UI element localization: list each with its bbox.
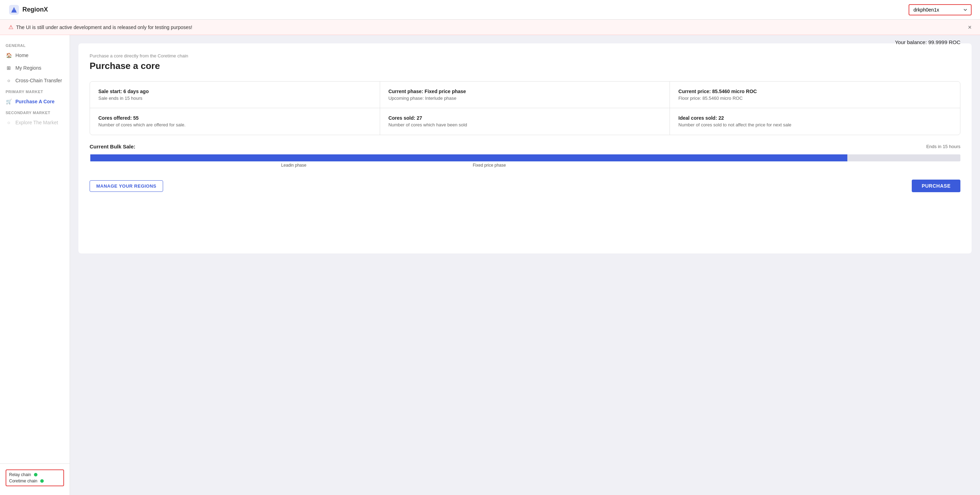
ends-in-label: Ends in 15 hours xyxy=(926,144,960,149)
sidebar: General 🏠 Home ⊞ My Regions ○ Cross-Chai… xyxy=(0,35,70,495)
logo: RegionX xyxy=(8,4,48,15)
cart-icon: 🛒 xyxy=(6,99,12,105)
info-cell-cores-sold: Cores sold: 27 Number of cores which hav… xyxy=(380,108,670,135)
sidebar-label-home: Home xyxy=(15,53,29,58)
progress-marker-2 xyxy=(90,154,90,161)
transfer-icon: ○ xyxy=(6,77,12,84)
info-cell-current-phase: Current phase: Fixed price phase Upcomin… xyxy=(380,81,670,108)
sidebar-section-primary: Primary Market xyxy=(0,87,70,95)
balance-display: Your balance: 99.9999 ROC xyxy=(895,39,960,45)
svg-rect-2 xyxy=(12,11,16,11)
sidebar-nav: General 🏠 Home ⊞ My Regions ○ Cross-Chai… xyxy=(0,41,70,129)
current-phase-sub: Upcoming phase: Interlude phase xyxy=(388,95,662,101)
ideal-cores-sub: Number of cores sold to not affect the p… xyxy=(678,122,951,127)
sidebar-item-purchase-core[interactable]: 🛒 Purchase A Core xyxy=(0,95,70,108)
warning-icon: ⚠ xyxy=(8,24,13,30)
leadin-phase-label: Leadin phase xyxy=(281,163,306,168)
chain-status-box: Relay chain Coretime chain xyxy=(6,470,64,486)
content-card: Purchase a core directly from the Coreti… xyxy=(78,43,972,253)
main-content: Purchase a core directly from the Coreti… xyxy=(70,35,980,495)
current-price-title: Current price: 85.5460 micro ROC xyxy=(678,89,951,94)
progress-bar-wrapper: Leadin phase Fixed price phase xyxy=(90,154,960,170)
banner-content: ⚠ The UI is still under active developme… xyxy=(8,24,192,30)
coretime-chain-label: Coretime chain xyxy=(9,479,37,484)
relay-chain-status: Relay chain xyxy=(9,472,60,477)
logo-text: RegionX xyxy=(22,6,48,13)
current-price-sub: Floor price: 85.5460 micro ROC xyxy=(678,95,951,101)
info-cell-sale-start: Sale start: 6 days ago Sale ends in 15 h… xyxy=(90,81,380,108)
bulk-sale-label: Current Bulk Sale: xyxy=(90,143,135,150)
sidebar-section-secondary: Secondary Market xyxy=(0,108,70,116)
coretime-chain-dot xyxy=(40,479,44,483)
sidebar-section-general: General xyxy=(0,41,70,49)
purchase-button[interactable]: PURCHASE xyxy=(912,180,960,192)
info-cell-current-price: Current price: 85.5460 micro ROC Floor p… xyxy=(670,81,960,108)
bulk-sale-header: Current Bulk Sale: Ends in 15 hours xyxy=(90,143,960,150)
account-select[interactable]: drkph0en1x xyxy=(908,4,972,15)
dev-banner: ⚠ The UI is still under active developme… xyxy=(0,20,980,35)
sidebar-item-home[interactable]: 🏠 Home xyxy=(0,49,70,62)
cores-offered-title: Cores offered: 55 xyxy=(99,115,371,121)
banner-close-button[interactable]: × xyxy=(968,24,972,30)
fixed-price-label: Fixed price phase xyxy=(473,163,506,168)
sidebar-item-explore-market: ○ Explore The Market xyxy=(0,116,70,129)
info-cell-cores-offered: Cores offered: 55 Number of cores which … xyxy=(90,108,380,135)
banner-message: The UI is still under active development… xyxy=(16,24,192,30)
cores-sold-title: Cores sold: 27 xyxy=(388,115,662,121)
sidebar-label-purchase-core: Purchase A Core xyxy=(15,99,55,104)
sidebar-item-cross-chain[interactable]: ○ Cross-Chain Transfer xyxy=(0,74,70,87)
ideal-cores-title: Ideal cores sold: 22 xyxy=(678,115,951,121)
buttons-row: MANAGE YOUR REGIONS PURCHASE xyxy=(90,180,960,192)
home-icon: 🏠 xyxy=(6,52,12,59)
sidebar-label-explore: Explore The Market xyxy=(15,120,58,125)
sale-start-sub: Sale ends in 15 hours xyxy=(99,95,371,101)
sidebar-label-cross-chain: Cross-Chain Transfer xyxy=(15,78,62,83)
coretime-chain-status: Coretime chain xyxy=(9,479,60,484)
current-phase-title: Current phase: Fixed price phase xyxy=(388,89,662,94)
sale-start-title: Sale start: 6 days ago xyxy=(99,89,371,94)
explore-icon: ○ xyxy=(6,119,12,126)
grid-icon: ⊞ xyxy=(6,65,12,71)
page-title: Purchase a core xyxy=(90,60,188,72)
main-layout: General 🏠 Home ⊞ My Regions ○ Cross-Chai… xyxy=(0,35,980,495)
chain-status-section: Relay chain Coretime chain xyxy=(0,463,70,490)
sidebar-label-my-regions: My Regions xyxy=(15,65,41,71)
manage-regions-button[interactable]: MANAGE YOUR REGIONS xyxy=(90,180,163,192)
cores-sold-sub: Number of cores which have been sold xyxy=(388,122,662,127)
relay-chain-dot xyxy=(34,473,37,476)
page-subtitle: Purchase a core directly from the Coreti… xyxy=(90,53,188,59)
topbar: RegionX drkph0en1x xyxy=(0,0,980,20)
progress-labels: Leadin phase Fixed price phase xyxy=(90,163,960,170)
info-grid: Sale start: 6 days ago Sale ends in 15 h… xyxy=(90,81,960,135)
logo-icon xyxy=(8,4,20,15)
sidebar-item-my-regions[interactable]: ⊞ My Regions xyxy=(0,62,70,74)
cores-offered-sub: Number of cores which are offered for sa… xyxy=(99,122,371,127)
relay-chain-label: Relay chain xyxy=(9,472,31,477)
progress-track xyxy=(90,154,960,161)
progress-fill xyxy=(90,154,847,161)
info-cell-ideal-cores: Ideal cores sold: 22 Number of cores sol… xyxy=(670,108,960,135)
